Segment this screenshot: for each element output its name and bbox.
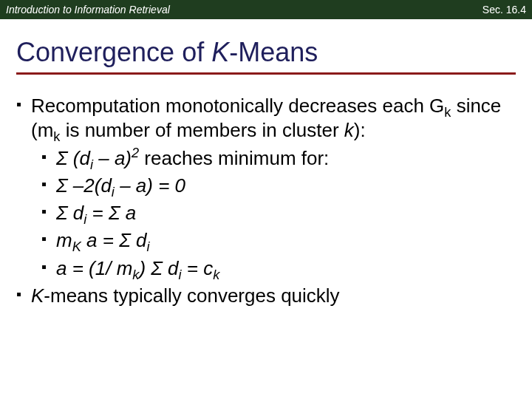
header-bar: Introduction to Information Retrieval Se… xyxy=(0,0,532,19)
sub-bullet-3-text: Σ di = Σ a xyxy=(56,201,532,225)
sub-bullet-1-text: Σ (di – a)2 reaches minimum for: xyxy=(56,146,532,171)
sub-bullet-3: ▪ Σ di = Σ a xyxy=(41,201,532,225)
bullet-icon: ▪ xyxy=(16,284,31,308)
bullet-icon: ▪ xyxy=(41,256,56,281)
bullet-icon: ▪ xyxy=(16,94,31,143)
bullet-icon: ▪ xyxy=(41,201,56,225)
sub-bullet-5: ▪ a = (1/ mk) Σ di = ck xyxy=(41,256,532,281)
title-suffix: -Means xyxy=(229,37,318,67)
slide-body: ▪ Recomputation monotonically decreases … xyxy=(16,94,532,308)
sub-bullet-5-text: a = (1/ mk) Σ di = ck xyxy=(56,256,532,281)
bullet-icon: ▪ xyxy=(41,174,56,198)
sub-bullet-2: ▪ Σ –2(di – a) = 0 xyxy=(41,174,532,198)
bullet-1-text: Recomputation monotonically decreases ea… xyxy=(31,94,532,143)
slide-title: Convergence of K-Means xyxy=(16,37,532,68)
bullet-2-text: K-means typically converges quickly xyxy=(31,284,532,308)
title-underline xyxy=(16,72,516,75)
title-prefix: Convergence of xyxy=(16,37,211,67)
course-title: Introduction to Information Retrieval xyxy=(6,4,170,16)
bullet-icon: ▪ xyxy=(41,228,56,253)
bullet-icon: ▪ xyxy=(41,146,56,171)
bullet-1: ▪ Recomputation monotonically decreases … xyxy=(16,94,532,143)
slide: Introduction to Information Retrieval Se… xyxy=(0,0,532,399)
bullet-2: ▪ K-means typically converges quickly xyxy=(16,284,532,308)
title-k: K xyxy=(211,37,229,67)
sub-bullet-4-text: mK a = Σ di xyxy=(56,228,532,253)
sub-bullet-4: ▪ mK a = Σ di xyxy=(41,228,532,253)
sub-bullet-2-text: Σ –2(di – a) = 0 xyxy=(56,174,532,198)
sub-bullet-1: ▪ Σ (di – a)2 reaches minimum for: xyxy=(41,146,532,171)
section-label: Sec. 16.4 xyxy=(482,4,526,16)
